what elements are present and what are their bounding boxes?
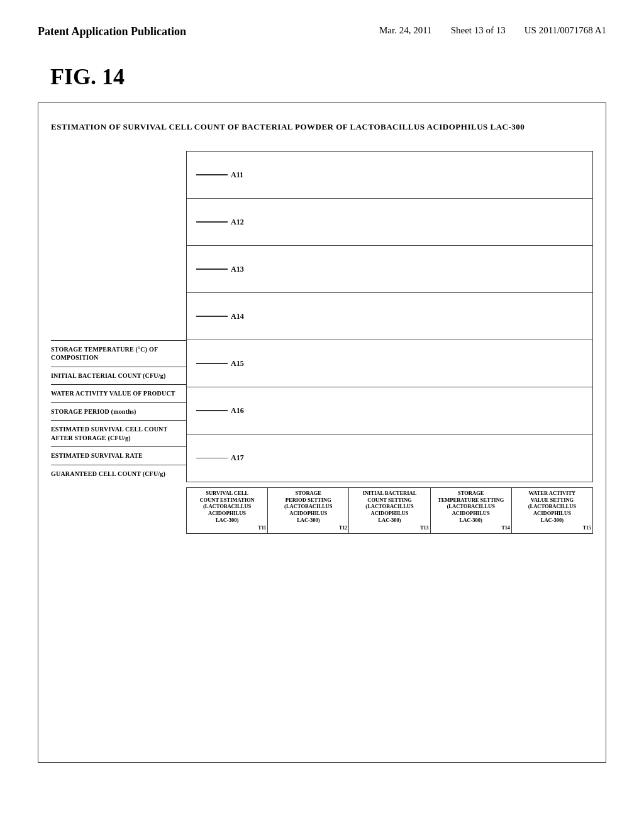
ref-label-A16: A16 [196, 406, 244, 416]
figure-wrapper: STORAGE TEMPERATURE (°C) OF COMPOSITION … [51, 151, 593, 534]
ref-label-A13: A13 [196, 265, 244, 274]
col-T13-text: INITIAL BACTERIALCOUNT SETTING(LACTOBACI… [350, 490, 428, 523]
pub-date: Mar. 24, 2011 [379, 25, 432, 36]
line-A15 [196, 363, 228, 364]
figure-title: ESTIMATION OF SURVIVAL CELL COUNT OF BAC… [51, 122, 593, 132]
grid-area: A11 A12 A13 [186, 151, 593, 482]
col-T14-text: STORAGETEMPERATURE SETTING(LACTOBACILLUS… [432, 490, 510, 523]
col-headers-container: SURVIVAL CELLCOUNT ESTIMATION(LACTOBACIL… [186, 487, 593, 534]
ref-text-A16: A16 [231, 406, 244, 416]
row-label-2: WATER ACTIVITY VALUE OF PRODUCT [51, 384, 186, 402]
line-A12 [196, 221, 228, 223]
grid-row-5: A16 [187, 387, 592, 434]
ref-label-A17: A17 [196, 453, 244, 463]
ref-text-A14: A14 [231, 312, 244, 321]
col-header-T12: STORAGEPERIOD SETTING(LACTOBACILLUSACIDO… [268, 487, 349, 534]
col-T12-tag: T12 [269, 525, 347, 531]
col-header-T15: WATER ACTIVITYVALUE SETTING(LACTOBACILLU… [512, 487, 593, 534]
page-header: Patent Application Publication Mar. 24, … [0, 0, 644, 51]
grid-row-6: A17 [187, 434, 592, 482]
col-T15-tag: T15 [513, 525, 591, 531]
grid-row-1: A12 [187, 199, 592, 246]
ref-text-A17: A17 [231, 453, 244, 463]
line-A17 [196, 458, 228, 459]
ref-label-A14: A14 [196, 312, 244, 321]
ref-label-A15: A15 [196, 359, 244, 368]
grid-row-0: A11 [187, 152, 592, 199]
col-T11-tag: T11 [188, 525, 266, 531]
col-header-T11: SURVIVAL CELLCOUNT ESTIMATION(LACTOBACIL… [186, 487, 268, 534]
row-label-1: INITIAL BACTERIAL COUNT (CFU/g) [51, 367, 186, 385]
row-label-5: ESTIMATED SURVIVAL RATE [51, 446, 186, 465]
line-A13 [196, 268, 228, 270]
grid-row-2: A13 [187, 246, 592, 293]
col-header-T13: INITIAL BACTERIALCOUNT SETTING(LACTOBACI… [349, 487, 430, 534]
col-header-T14: STORAGETEMPERATURE SETTING(LACTOBACILLUS… [431, 487, 512, 534]
col-T13-tag: T13 [350, 525, 428, 531]
ref-text-A15: A15 [231, 359, 244, 368]
publication-title: Patent Application Publication [38, 25, 186, 38]
figure-label: FIG. 14 [50, 64, 644, 90]
line-A14 [196, 316, 228, 317]
row-label-4: ESTIMATED SURVIVAL CELL COUNT AFTER STOR… [51, 420, 186, 446]
ref-text-A12: A12 [231, 218, 244, 227]
col-spacer [51, 487, 186, 534]
grid-row-4: A15 [187, 340, 592, 387]
patent-number: US 2011/0071768 A1 [525, 25, 606, 36]
line-A16 [196, 410, 228, 411]
main-table: STORAGE TEMPERATURE (°C) OF COMPOSITION … [51, 151, 593, 482]
ref-label-A12: A12 [196, 218, 244, 227]
col-T12-text: STORAGEPERIOD SETTING(LACTOBACILLUSACIDO… [269, 490, 347, 523]
row-label-3: STORAGE PERIOD (months) [51, 402, 186, 421]
header-meta: Mar. 24, 2011 Sheet 13 of 13 US 2011/007… [379, 25, 606, 36]
header-right: Mar. 24, 2011 Sheet 13 of 13 US 2011/007… [379, 25, 606, 36]
sheet-info: Sheet 13 of 13 [451, 25, 506, 36]
ref-text-A11: A11 [231, 170, 243, 180]
col-T15-text: WATER ACTIVITYVALUE SETTING(LACTOBACILLU… [513, 490, 591, 523]
col-T14-tag: T14 [432, 525, 510, 531]
grid-row-3: A14 [187, 293, 592, 340]
ref-label-A11: A11 [196, 170, 243, 180]
row-label-6: GUARANTEED CELL COUNT (CFU/g) [51, 465, 186, 483]
row-label-0: STORAGE TEMPERATURE (°C) OF COMPOSITION [51, 340, 186, 367]
main-content: ESTIMATION OF SURVIVAL CELL COUNT OF BAC… [38, 102, 606, 763]
line-A11 [196, 174, 228, 175]
col-headers-row: SURVIVAL CELLCOUNT ESTIMATION(LACTOBACIL… [51, 487, 593, 534]
col-T11-text: SURVIVAL CELLCOUNT ESTIMATION(LACTOBACIL… [188, 490, 266, 523]
label-column: STORAGE TEMPERATURE (°C) OF COMPOSITION … [51, 151, 186, 482]
ref-text-A13: A13 [231, 265, 244, 274]
